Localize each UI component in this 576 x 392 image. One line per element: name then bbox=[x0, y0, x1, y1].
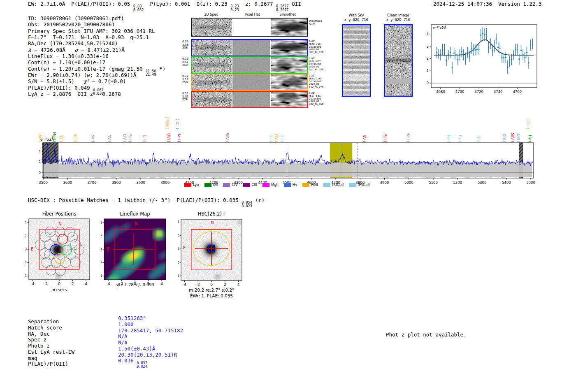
version-label: Version 1.22.3 bbox=[498, 1, 541, 7]
info-line: RA,Dec (170.285294,50.715240) bbox=[28, 40, 165, 46]
svg-text:E: E bbox=[183, 246, 186, 250]
photz-note: Phot z plot not available. bbox=[386, 332, 467, 338]
svg-text:E: E bbox=[31, 247, 33, 251]
svg-text:2: 2 bbox=[26, 234, 27, 238]
legend-swatch bbox=[349, 183, 356, 187]
hsc-match-summary: HSC-DEX : Possible Matches = 1 (within +… bbox=[28, 197, 265, 208]
match-value: N/A bbox=[118, 339, 183, 346]
match-value: 1.50(±0.43)Å bbox=[118, 346, 183, 352]
legend-label: HeII bbox=[311, 183, 318, 187]
match-label: P(LAE)/P(OII) bbox=[28, 361, 74, 367]
svg-text:3800: 3800 bbox=[112, 181, 121, 185]
svg-text:2: 2 bbox=[72, 282, 74, 286]
legend-swatch bbox=[223, 183, 230, 187]
legend-item-CIII: CIII bbox=[243, 183, 257, 187]
svg-text:-4: -4 bbox=[26, 274, 27, 278]
fiber-positions-panel: Fiber PositionsNE-4-4-2-2002244arcsecs bbox=[26, 211, 93, 295]
svg-text:3700: 3700 bbox=[88, 181, 97, 185]
svg-text:4: 4 bbox=[160, 282, 163, 286]
timestamp-version: 2024-12-25 14:07:36 Version 1.22.3 bbox=[433, 1, 541, 7]
svg-text:5200: 5200 bbox=[453, 181, 462, 185]
svg-text:-2: -2 bbox=[26, 261, 27, 265]
twod-row-right-labels: 0.45"(620, 716)20190502v020_03302_RL_079 bbox=[309, 40, 333, 54]
svg-text:0: 0 bbox=[26, 247, 27, 251]
svg-text:s/b: 1.78 +/- 0.093: s/b: 1.78 +/- 0.093 bbox=[116, 283, 154, 287]
legend-label: (K)CaII bbox=[332, 183, 344, 187]
match-label: mag bbox=[28, 355, 74, 361]
svg-text:1: 1 bbox=[427, 69, 429, 73]
twod-row-strip bbox=[191, 56, 308, 74]
svg-text:arcsecs: arcsecs bbox=[51, 288, 67, 292]
legend-swatch bbox=[204, 183, 211, 187]
sky-panel-title: With Sky bbox=[342, 14, 371, 17]
match-label: Separation bbox=[28, 318, 74, 325]
svg-text:3600: 3600 bbox=[63, 181, 72, 185]
legend-label: (H)CaII bbox=[358, 183, 369, 187]
svg-text:5000: 5000 bbox=[404, 181, 413, 185]
info-line: Cont(n) = 1.10(±0.00)e-17 bbox=[28, 59, 165, 65]
legend-item-HCaII: (H)CaII bbox=[349, 183, 369, 187]
svg-text:-4: -4 bbox=[183, 283, 186, 287]
summary-header: EW: 2.7±1.0Å P(LAE)/P(OII): 0.05 0.080.0… bbox=[28, 1, 301, 12]
match-table-values: 0.351263"1.000170.285417, 50.715182N/AN/… bbox=[118, 315, 183, 364]
svg-text:4: 4 bbox=[237, 283, 240, 287]
legend-item-Hγ: Hγ bbox=[284, 183, 297, 187]
twod-row-left-labels: 0.111.31278 bbox=[182, 92, 190, 102]
svg-text:-2: -2 bbox=[101, 261, 102, 265]
twod-col-header: Pixel Flat bbox=[234, 13, 271, 16]
svg-text:4720: 4720 bbox=[474, 90, 483, 94]
svg-text:-2: -2 bbox=[196, 283, 200, 287]
svg-text:-4: -4 bbox=[31, 282, 35, 286]
detection-info-block: ID: 3090078061 (3090078061.pdf)Obs: 2019… bbox=[28, 15, 165, 97]
svg-text:Lineflux Map: Lineflux Map bbox=[120, 211, 150, 217]
info-line: F=1.7" T=0.171 N=1.03 A=0.93 g=25.1 bbox=[28, 34, 165, 40]
info-line: ID: 3090078061 (3090078061.pdf) bbox=[28, 15, 165, 21]
legend-swatch bbox=[284, 183, 291, 187]
svg-text:4680: 4680 bbox=[436, 90, 445, 94]
match-label: Spec z bbox=[28, 336, 74, 343]
full-spectrum-chart: 3500360037003800390040004100420043004400… bbox=[39, 140, 539, 186]
legend-item-KCaII: (K)CaII bbox=[323, 183, 344, 187]
svg-text:3: 3 bbox=[427, 44, 429, 49]
svg-text:e⁻¹⁷x2Å: e⁻¹⁷x2Å bbox=[433, 26, 446, 30]
legend-swatch bbox=[323, 183, 330, 187]
svg-text:5300: 5300 bbox=[478, 181, 487, 185]
info-line: LineFlux = 1.30(±0.33)e-16 bbox=[28, 53, 165, 59]
info-line: S/N = 5.8(±1.5) χ² = 0.7(±0.0) bbox=[28, 78, 165, 84]
match-table-labels: SeparationMatch scoreRA, DecSpec zPhoto … bbox=[28, 318, 74, 367]
info-line: P(LAE)/P(OII): 0.049 0.0670.036 bbox=[28, 85, 165, 91]
svg-text:4: 4 bbox=[26, 220, 27, 225]
legend-label: MgII bbox=[271, 183, 279, 187]
svg-text:2: 2 bbox=[427, 56, 429, 60]
svg-text:5500: 5500 bbox=[526, 181, 535, 185]
svg-text:m:20.2 re:2.7" s:0.2": m:20.2 re:2.7" s:0.2" bbox=[189, 288, 234, 292]
svg-text:5100: 5100 bbox=[429, 181, 438, 185]
match-value: N/A bbox=[118, 333, 183, 339]
svg-text:3500: 3500 bbox=[39, 181, 48, 185]
twod-spec-section: 2D SpecPixel FlatSmoothedWeighted Sum0.3… bbox=[182, 12, 334, 107]
legend-item-OII: OII bbox=[204, 183, 218, 187]
legend-swatch bbox=[184, 183, 191, 187]
twod-row-right-labels: 1.05"(620, 707)20190502v020_01302_RL_078 bbox=[309, 57, 333, 71]
twod-row-left-labels: 0.341.38258 bbox=[182, 40, 190, 50]
sky-panel-coords: x, y: 620, 716 bbox=[342, 18, 371, 22]
with-sky-image bbox=[342, 24, 371, 97]
emission-line-fit-chart: 4680470047204740476001234e⁻¹⁷x2Å bbox=[427, 17, 541, 95]
svg-text:4: 4 bbox=[178, 220, 179, 224]
match-value: 0.351263" bbox=[118, 315, 183, 321]
svg-text:0: 0 bbox=[427, 81, 429, 85]
twod-row-strip bbox=[191, 74, 308, 91]
info-line: EWr = 2.90(±0.74) (w: 2.70(±0.69))Å bbox=[28, 72, 165, 78]
svg-text:5400: 5400 bbox=[502, 181, 511, 185]
svg-text:0: 0 bbox=[101, 247, 102, 251]
svg-text:4700: 4700 bbox=[455, 90, 465, 94]
svg-text:N: N bbox=[58, 222, 61, 226]
spectrum-legend: LyαOIICIVCIIIMgIIHγHeII(K)CaII(H)CaII bbox=[184, 183, 369, 187]
twod-row-strip bbox=[191, 39, 308, 56]
weighted-sum-label: Weighted Sum bbox=[309, 20, 322, 26]
twod-row-right-labels: 1.29"(620, 716)20190502v020_02302_RL_079 bbox=[309, 74, 333, 88]
line-label-CIII: ) CIII ( bbox=[526, 118, 530, 129]
line-label-SiIV: ) SiIV ( bbox=[165, 117, 169, 129]
svg-text:4900: 4900 bbox=[380, 181, 389, 185]
elixer-report-page: EW: 2.7±1.0Å P(LAE)/P(OII): 0.05 0.080.0… bbox=[0, 0, 576, 392]
